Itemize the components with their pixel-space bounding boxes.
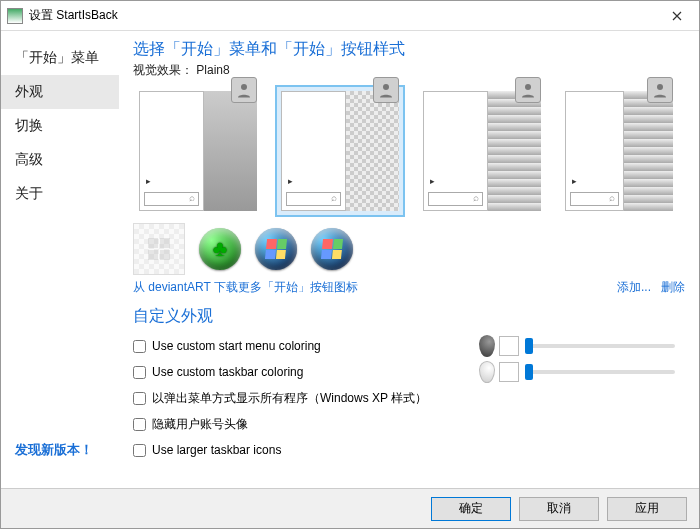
opt-label: 以弹出菜单方式显示所有程序（Windows XP 样式） — [152, 390, 427, 407]
sidebar-item-appearance[interactable]: 外观 — [1, 75, 119, 109]
color-swatch-taskbar[interactable] — [499, 362, 519, 382]
user-icon — [515, 77, 541, 103]
orb-list: ♣ — [133, 223, 685, 275]
section-heading: 选择「开始」菜单和「开始」按钮样式 — [133, 39, 685, 60]
ok-button[interactable]: 确定 — [431, 497, 511, 521]
skin-option-1[interactable]: ▸ — [133, 85, 263, 217]
user-icon — [373, 77, 399, 103]
opt-custom-taskbar-color[interactable]: Use custom taskbar coloring — [133, 365, 303, 379]
slider-menu-opacity[interactable] — [525, 344, 675, 348]
color-swatch-menu[interactable] — [499, 336, 519, 356]
skin-option-3[interactable]: ▸ — [417, 85, 547, 217]
customize-heading: 自定义外观 — [133, 306, 685, 327]
footer: 确定 取消 应用 — [1, 488, 699, 528]
opt-xp-style[interactable]: 以弹出菜单方式显示所有程序（Windows XP 样式） — [133, 390, 427, 407]
orb-option-win7b[interactable] — [311, 228, 353, 270]
slider-taskbar-opacity[interactable] — [525, 370, 675, 374]
deviantart-link[interactable]: 从 deviantART 下载更多「开始」按钮图标 — [133, 279, 358, 296]
checkbox-xp-style[interactable] — [133, 392, 146, 405]
visual-effect-line: 视觉效果： Plain8 — [133, 62, 685, 79]
titlebar: 设置 StartIsBack — [1, 1, 699, 31]
windows-flag-icon — [265, 239, 287, 259]
svg-point-2 — [525, 84, 531, 90]
apply-button[interactable]: 应用 — [607, 497, 687, 521]
windows-icon — [148, 238, 170, 260]
clover-icon: ♣ — [213, 236, 227, 262]
app-icon — [7, 8, 23, 24]
opt-label: 隐藏用户账号头像 — [152, 416, 248, 433]
checkbox-custom-menu-color[interactable] — [133, 340, 146, 353]
checkbox-larger-icons[interactable] — [133, 444, 146, 457]
visual-effect-value: Plain8 — [196, 63, 229, 77]
orb-option-flat[interactable] — [133, 223, 185, 275]
windows-flag-icon — [321, 239, 343, 259]
svg-point-3 — [657, 84, 663, 90]
drop-dark-icon — [479, 335, 495, 357]
checkbox-hide-avatar[interactable] — [133, 418, 146, 431]
drop-light-icon — [479, 361, 495, 383]
opt-hide-avatar[interactable]: 隐藏用户账号头像 — [133, 416, 248, 433]
opt-label: Use larger taskbar icons — [152, 443, 281, 457]
skin-list: ▸ ▸ ▸ ▸ — [133, 85, 685, 217]
orb-option-clover[interactable]: ♣ — [199, 228, 241, 270]
content-pane: 选择「开始」菜单和「开始」按钮样式 视觉效果： Plain8 ▸ ▸ ▸ ▸ — [119, 31, 699, 488]
visual-effect-label: 视觉效果： — [133, 63, 193, 77]
update-notice[interactable]: 发现新版本！ — [1, 441, 119, 459]
user-icon — [647, 77, 673, 103]
opt-custom-menu-color[interactable]: Use custom start menu coloring — [133, 339, 321, 353]
sidebar-item-about[interactable]: 关于 — [1, 177, 119, 211]
add-link[interactable]: 添加... — [617, 279, 651, 296]
svg-point-1 — [383, 84, 389, 90]
checkbox-custom-taskbar-color[interactable] — [133, 366, 146, 379]
sidebar-item-advanced[interactable]: 高级 — [1, 143, 119, 177]
window-title: 设置 StartIsBack — [29, 7, 655, 24]
svg-point-0 — [241, 84, 247, 90]
orb-links-row: 从 deviantART 下载更多「开始」按钮图标 添加... 删除 — [133, 279, 685, 296]
orb-option-win7[interactable] — [255, 228, 297, 270]
sidebar-item-startmenu[interactable]: 「开始」菜单 — [1, 41, 119, 75]
remove-link[interactable]: 删除 — [661, 279, 685, 296]
close-icon — [672, 11, 682, 21]
opt-label: Use custom start menu coloring — [152, 339, 321, 353]
cancel-button[interactable]: 取消 — [519, 497, 599, 521]
user-icon — [231, 77, 257, 103]
sidebar: 「开始」菜单 外观 切换 高级 关于 发现新版本！ — [1, 31, 119, 488]
sidebar-item-switch[interactable]: 切换 — [1, 109, 119, 143]
skin-option-2[interactable]: ▸ — [275, 85, 405, 217]
skin-option-4[interactable]: ▸ — [559, 85, 679, 217]
opt-larger-icons[interactable]: Use larger taskbar icons — [133, 443, 281, 457]
close-button[interactable] — [655, 1, 699, 31]
opt-label: Use custom taskbar coloring — [152, 365, 303, 379]
